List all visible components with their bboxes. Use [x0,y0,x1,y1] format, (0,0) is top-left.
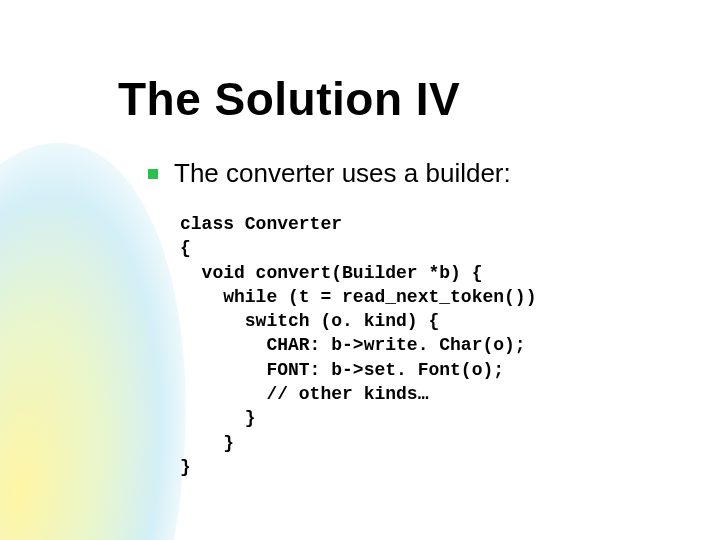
code-line: { [180,238,191,258]
code-line: void convert(Builder *b) { [180,263,482,283]
square-bullet-icon [148,169,158,179]
slide-title: The Solution IV [118,72,460,126]
bullet-item: The converter uses a builder: [148,158,511,189]
code-line: FONT: b->set. Font(o); [180,360,504,380]
bullet-text: The converter uses a builder: [174,158,511,189]
code-block: class Converter { void convert(Builder *… [180,212,536,479]
code-line: switch (o. kind) { [180,311,439,331]
slide: The Solution IV The converter uses a bui… [0,0,720,540]
code-line: } [180,457,191,477]
code-line: // other kinds… [180,384,428,404]
code-line: class Converter [180,214,342,234]
code-line: CHAR: b->write. Char(o); [180,335,526,355]
code-line: } [180,408,256,428]
code-line: while (t = read_next_token()) [180,287,536,307]
code-line: } [180,433,234,453]
